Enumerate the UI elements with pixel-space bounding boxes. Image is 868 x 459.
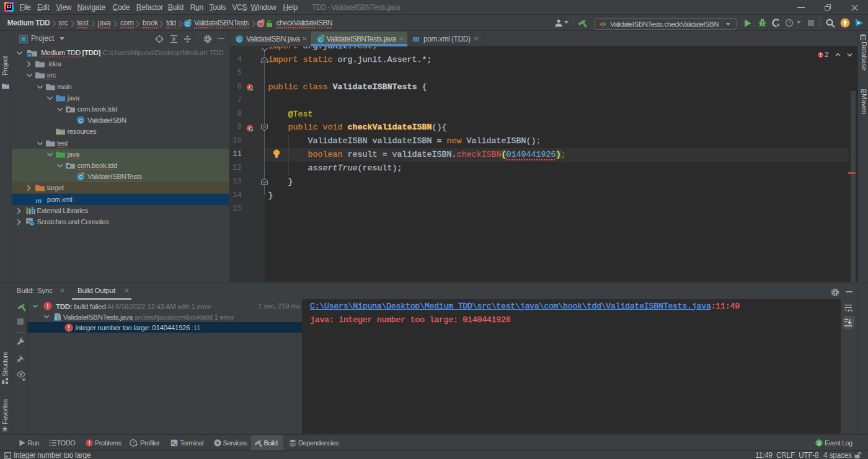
svg-text:m: m <box>259 21 263 27</box>
svg-text:C: C <box>318 36 322 43</box>
svg-text:C: C <box>78 117 82 124</box>
svg-text:C: C <box>78 173 82 180</box>
svg-text:C: C <box>186 21 190 27</box>
svg-text:C: C <box>237 36 242 43</box>
